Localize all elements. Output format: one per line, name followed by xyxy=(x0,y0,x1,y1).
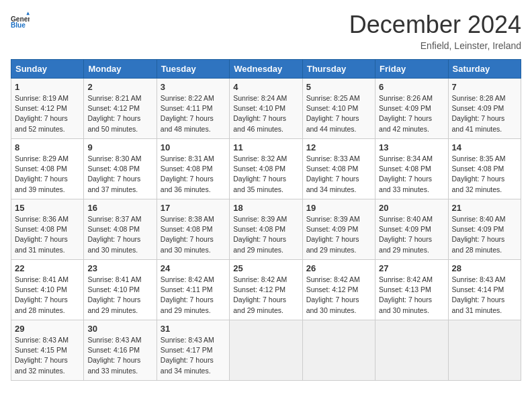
day-info: Sunrise: 8:35 AMSunset: 4:08 PMDaylight:… xyxy=(452,154,517,195)
calendar-header-cell: Friday xyxy=(375,60,448,79)
calendar-cell: 24Sunrise: 8:42 AMSunset: 4:11 PMDayligh… xyxy=(157,260,229,320)
day-info: Sunrise: 8:39 AMSunset: 4:08 PMDaylight:… xyxy=(233,214,298,255)
calendar-cell: 31Sunrise: 8:43 AMSunset: 4:17 PMDayligh… xyxy=(157,320,229,381)
calendar-cell: 29Sunrise: 8:43 AMSunset: 4:15 PMDayligh… xyxy=(11,320,84,381)
svg-text:Blue: Blue xyxy=(11,21,26,29)
calendar-cell: 14Sunrise: 8:35 AMSunset: 4:08 PMDayligh… xyxy=(448,139,521,199)
day-number: 17 xyxy=(161,203,226,213)
day-info: Sunrise: 8:26 AMSunset: 4:09 PMDaylight:… xyxy=(379,93,444,134)
day-info: Sunrise: 8:34 AMSunset: 4:08 PMDaylight:… xyxy=(379,154,444,195)
day-number: 2 xyxy=(87,82,152,92)
calendar-cell: 8Sunrise: 8:29 AMSunset: 4:08 PMDaylight… xyxy=(11,139,84,199)
day-info: Sunrise: 8:43 AMSunset: 4:17 PMDaylight:… xyxy=(161,335,226,376)
calendar-cell xyxy=(302,320,375,381)
calendar-header-cell: Monday xyxy=(84,60,157,79)
calendar-cell: 30Sunrise: 8:43 AMSunset: 4:16 PMDayligh… xyxy=(84,320,157,381)
title-area: December 2024 Enfield, Leinster, Ireland xyxy=(349,11,521,51)
calendar-header-cell: Wednesday xyxy=(230,60,302,79)
day-info: Sunrise: 8:40 AMSunset: 4:09 PMDaylight:… xyxy=(379,214,444,255)
calendar-cell: 20Sunrise: 8:40 AMSunset: 4:09 PMDayligh… xyxy=(375,199,448,260)
day-number: 26 xyxy=(306,263,371,273)
day-info: Sunrise: 8:24 AMSunset: 4:10 PMDaylight:… xyxy=(233,93,298,134)
calendar-week-row: 15Sunrise: 8:36 AMSunset: 4:08 PMDayligh… xyxy=(11,199,521,260)
calendar-cell: 28Sunrise: 8:43 AMSunset: 4:14 PMDayligh… xyxy=(448,260,521,320)
day-info: Sunrise: 8:40 AMSunset: 4:09 PMDaylight:… xyxy=(452,214,517,255)
calendar-cell: 4Sunrise: 8:24 AMSunset: 4:10 PMDaylight… xyxy=(230,79,302,139)
day-info: Sunrise: 8:30 AMSunset: 4:08 PMDaylight:… xyxy=(87,154,152,195)
day-number: 20 xyxy=(379,203,444,213)
calendar-table: SundayMondayTuesdayWednesdayThursdayFrid… xyxy=(11,59,521,381)
day-info: Sunrise: 8:39 AMSunset: 4:09 PMDaylight:… xyxy=(306,214,371,255)
calendar-cell: 27Sunrise: 8:42 AMSunset: 4:13 PMDayligh… xyxy=(375,260,448,320)
header: General Blue December 2024 Enfield, Lein… xyxy=(11,11,521,51)
day-info: Sunrise: 8:41 AMSunset: 4:10 PMDaylight:… xyxy=(87,275,152,316)
calendar-cell: 26Sunrise: 8:42 AMSunset: 4:12 PMDayligh… xyxy=(302,260,375,320)
day-info: Sunrise: 8:25 AMSunset: 4:10 PMDaylight:… xyxy=(306,93,371,134)
calendar-cell: 13Sunrise: 8:34 AMSunset: 4:08 PMDayligh… xyxy=(375,139,448,199)
day-number: 11 xyxy=(233,142,298,152)
calendar-cell: 25Sunrise: 8:42 AMSunset: 4:12 PMDayligh… xyxy=(230,260,302,320)
day-number: 23 xyxy=(87,263,152,273)
day-number: 25 xyxy=(233,263,298,273)
location-subtitle: Enfield, Leinster, Ireland xyxy=(349,40,521,51)
day-number: 5 xyxy=(306,82,371,92)
day-info: Sunrise: 8:31 AMSunset: 4:08 PMDaylight:… xyxy=(161,154,226,195)
day-info: Sunrise: 8:19 AMSunset: 4:12 PMDaylight:… xyxy=(15,93,80,134)
day-number: 4 xyxy=(233,82,298,92)
calendar-cell: 22Sunrise: 8:41 AMSunset: 4:10 PMDayligh… xyxy=(11,260,84,320)
day-info: Sunrise: 8:42 AMSunset: 4:11 PMDaylight:… xyxy=(161,275,226,316)
calendar-cell: 9Sunrise: 8:30 AMSunset: 4:08 PMDaylight… xyxy=(84,139,157,199)
calendar-header-cell: Thursday xyxy=(302,60,375,79)
day-number: 27 xyxy=(379,263,444,273)
day-info: Sunrise: 8:29 AMSunset: 4:08 PMDaylight:… xyxy=(15,154,80,195)
calendar-week-row: 8Sunrise: 8:29 AMSunset: 4:08 PMDaylight… xyxy=(11,139,521,199)
calendar-cell: 6Sunrise: 8:26 AMSunset: 4:09 PMDaylight… xyxy=(375,79,448,139)
day-number: 3 xyxy=(161,82,226,92)
day-number: 1 xyxy=(15,82,80,92)
day-number: 18 xyxy=(233,203,298,213)
calendar-cell: 10Sunrise: 8:31 AMSunset: 4:08 PMDayligh… xyxy=(157,139,229,199)
calendar-cell: 1Sunrise: 8:19 AMSunset: 4:12 PMDaylight… xyxy=(11,79,84,139)
day-info: Sunrise: 8:43 AMSunset: 4:16 PMDaylight:… xyxy=(87,335,152,376)
calendar-cell: 15Sunrise: 8:36 AMSunset: 4:08 PMDayligh… xyxy=(11,199,84,260)
day-info: Sunrise: 8:42 AMSunset: 4:12 PMDaylight:… xyxy=(306,275,371,316)
day-number: 31 xyxy=(161,324,226,334)
calendar-cell: 19Sunrise: 8:39 AMSunset: 4:09 PMDayligh… xyxy=(302,199,375,260)
calendar-week-row: 1Sunrise: 8:19 AMSunset: 4:12 PMDaylight… xyxy=(11,79,521,139)
day-number: 13 xyxy=(379,142,444,152)
day-info: Sunrise: 8:42 AMSunset: 4:13 PMDaylight:… xyxy=(379,275,444,316)
calendar-cell: 7Sunrise: 8:28 AMSunset: 4:09 PMDaylight… xyxy=(448,79,521,139)
calendar-cell xyxy=(448,320,521,381)
day-number: 15 xyxy=(15,203,80,213)
month-title: December 2024 xyxy=(349,11,521,39)
calendar-cell: 5Sunrise: 8:25 AMSunset: 4:10 PMDaylight… xyxy=(302,79,375,139)
day-info: Sunrise: 8:33 AMSunset: 4:08 PMDaylight:… xyxy=(306,154,371,195)
day-info: Sunrise: 8:22 AMSunset: 4:11 PMDaylight:… xyxy=(161,93,226,134)
day-number: 8 xyxy=(15,142,80,152)
calendar-cell: 2Sunrise: 8:21 AMSunset: 4:12 PMDaylight… xyxy=(84,79,157,139)
calendar-body: 1Sunrise: 8:19 AMSunset: 4:12 PMDaylight… xyxy=(11,79,521,381)
day-number: 16 xyxy=(87,203,152,213)
day-info: Sunrise: 8:41 AMSunset: 4:10 PMDaylight:… xyxy=(15,275,80,316)
logo-icon: General Blue xyxy=(11,11,30,30)
day-info: Sunrise: 8:42 AMSunset: 4:12 PMDaylight:… xyxy=(233,275,298,316)
day-info: Sunrise: 8:43 AMSunset: 4:15 PMDaylight:… xyxy=(15,335,80,376)
calendar-header-cell: Tuesday xyxy=(157,60,229,79)
day-info: Sunrise: 8:32 AMSunset: 4:08 PMDaylight:… xyxy=(233,154,298,195)
day-number: 12 xyxy=(306,142,371,152)
day-number: 29 xyxy=(15,324,80,334)
day-info: Sunrise: 8:21 AMSunset: 4:12 PMDaylight:… xyxy=(87,93,152,134)
day-number: 21 xyxy=(452,203,517,213)
calendar-header-cell: Sunday xyxy=(11,60,84,79)
day-number: 19 xyxy=(306,203,371,213)
logo: General Blue xyxy=(11,11,30,30)
day-number: 28 xyxy=(452,263,517,273)
calendar-cell xyxy=(375,320,448,381)
calendar-header-row: SundayMondayTuesdayWednesdayThursdayFrid… xyxy=(11,60,521,79)
calendar-header-cell: Saturday xyxy=(448,60,521,79)
calendar-cell xyxy=(230,320,302,381)
calendar-cell: 21Sunrise: 8:40 AMSunset: 4:09 PMDayligh… xyxy=(448,199,521,260)
calendar-cell: 18Sunrise: 8:39 AMSunset: 4:08 PMDayligh… xyxy=(230,199,302,260)
calendar-week-row: 29Sunrise: 8:43 AMSunset: 4:15 PMDayligh… xyxy=(11,320,521,381)
calendar-cell: 11Sunrise: 8:32 AMSunset: 4:08 PMDayligh… xyxy=(230,139,302,199)
